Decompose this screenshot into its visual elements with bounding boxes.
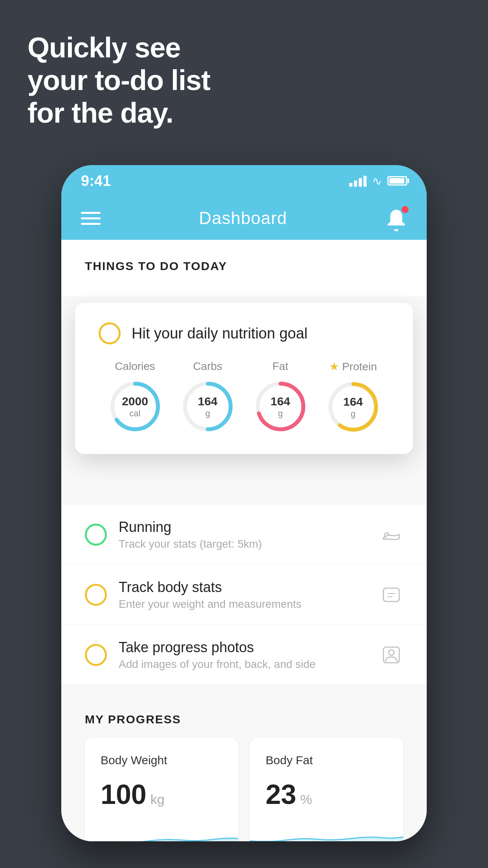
- hamburger-line-2: [81, 217, 101, 219]
- hamburger-menu-button[interactable]: [81, 212, 101, 225]
- signal-bar-3: [359, 178, 362, 187]
- nutrition-card-title: Hit your daily nutrition goal: [132, 325, 308, 342]
- body-fat-chart: [250, 822, 403, 841]
- running-title: Running: [119, 519, 368, 535]
- nutrition-carbs: Carbs 164 g: [180, 360, 235, 434]
- hamburger-line-3: [81, 223, 101, 225]
- header-title: Dashboard: [199, 208, 287, 228]
- track-body-content: Track body stats Enter your weight and m…: [119, 579, 368, 611]
- wifi-icon: ∿: [372, 174, 382, 188]
- track-body-radio[interactable]: [85, 584, 107, 606]
- todo-item-track-body[interactable]: Track body stats Enter your weight and m…: [61, 565, 427, 625]
- todo-list: Running Track your stats (target: 5km): [61, 505, 427, 685]
- status-bar: 9:41 ∿: [61, 165, 427, 197]
- nutrition-calories: Calories 2000 cal: [108, 360, 163, 434]
- body-weight-value: 100: [101, 779, 147, 810]
- body-weight-title: Body Weight: [101, 754, 222, 767]
- body-weight-unit: kg: [150, 792, 165, 807]
- notification-dot: [402, 206, 409, 213]
- nutrition-fat: Fat 164 g: [253, 360, 308, 434]
- main-content: THINGS TO DO TODAY Hit your daily nutrit…: [61, 240, 427, 841]
- running-radio[interactable]: [85, 524, 107, 546]
- body-fat-unit: %: [300, 792, 312, 807]
- svg-rect-8: [383, 588, 399, 601]
- status-icons: ∿: [349, 174, 407, 188]
- running-subtitle: Track your stats (target: 5km): [119, 538, 368, 550]
- signal-bars-icon: [349, 175, 367, 187]
- fat-chart: 164 g: [253, 379, 308, 434]
- progress-section: MY PROGRESS Body Weight 100 kg: [61, 693, 427, 841]
- todo-item-running[interactable]: Running Track your stats (target: 5km): [61, 505, 427, 565]
- phone-wrapper: 9:41 ∿ Dashboard: [61, 165, 427, 841]
- running-shoe-icon: [380, 523, 403, 546]
- todo-item-photos[interactable]: Take progress photos Add images of your …: [61, 625, 427, 685]
- body-fat-value: 23: [266, 779, 296, 810]
- phone: 9:41 ∿ Dashboard: [61, 165, 427, 841]
- nutrition-protein: ★ Protein 164 g: [326, 360, 381, 434]
- progress-cards: Body Weight 100 kg: [85, 738, 403, 841]
- star-icon: ★: [329, 360, 339, 373]
- body-weight-card: Body Weight 100 kg: [85, 738, 238, 841]
- body-fat-card: Body Fat 23 %: [250, 738, 403, 841]
- calories-chart: 2000 cal: [108, 379, 163, 434]
- hamburger-line-1: [81, 212, 101, 214]
- things-section-title: THINGS TO DO TODAY: [85, 259, 403, 273]
- fat-label: Fat: [272, 360, 288, 373]
- protein-label: ★ Protein: [329, 360, 377, 373]
- nutrition-card: Hit your daily nutrition goal Calories: [75, 303, 413, 454]
- photos-radio[interactable]: [85, 644, 107, 666]
- card-header: Hit your daily nutrition goal: [99, 322, 389, 344]
- nutrition-row: Calories 2000 cal: [99, 360, 389, 434]
- svg-point-12: [389, 650, 394, 655]
- signal-bar-4: [363, 176, 367, 187]
- track-body-title: Track body stats: [119, 579, 368, 596]
- signal-bar-1: [349, 183, 352, 187]
- track-body-subtitle: Enter your weight and measurements: [119, 598, 368, 611]
- notification-bell-button[interactable]: [385, 208, 407, 229]
- status-time: 9:41: [81, 173, 111, 189]
- running-content: Running Track your stats (target: 5km): [119, 519, 368, 550]
- photos-title: Take progress photos: [119, 639, 368, 656]
- carbs-label: Carbs: [193, 360, 222, 373]
- body-weight-chart: [85, 822, 238, 841]
- carbs-chart: 164 g: [180, 379, 235, 434]
- body-fat-title: Body Fat: [266, 754, 387, 767]
- calories-value-label: 2000 cal: [122, 394, 148, 419]
- calories-label: Calories: [115, 360, 155, 373]
- protein-value-label: 164 g: [343, 395, 363, 419]
- signal-bar-2: [354, 180, 357, 187]
- body-weight-value-row: 100 kg: [101, 779, 222, 810]
- photos-subtitle: Add images of your front, back, and side: [119, 658, 368, 671]
- carbs-value-label: 164 g: [198, 394, 217, 419]
- app-header: Dashboard: [61, 197, 427, 240]
- person-icon: [380, 643, 403, 667]
- scale-icon: [380, 583, 403, 607]
- fat-value-label: 164 g: [270, 394, 290, 419]
- nutrition-radio[interactable]: [99, 322, 121, 344]
- body-fat-value-row: 23 %: [266, 779, 387, 810]
- protein-chart: 164 g: [326, 379, 381, 434]
- battery-fill: [389, 178, 404, 184]
- battery-icon: [387, 176, 407, 186]
- hero-text: Quickly see your to-do list for the day.: [28, 31, 210, 129]
- things-to-do-section: THINGS TO DO TODAY: [61, 240, 427, 296]
- photos-content: Take progress photos Add images of your …: [119, 639, 368, 671]
- progress-section-title: MY PROGRESS: [85, 713, 403, 726]
